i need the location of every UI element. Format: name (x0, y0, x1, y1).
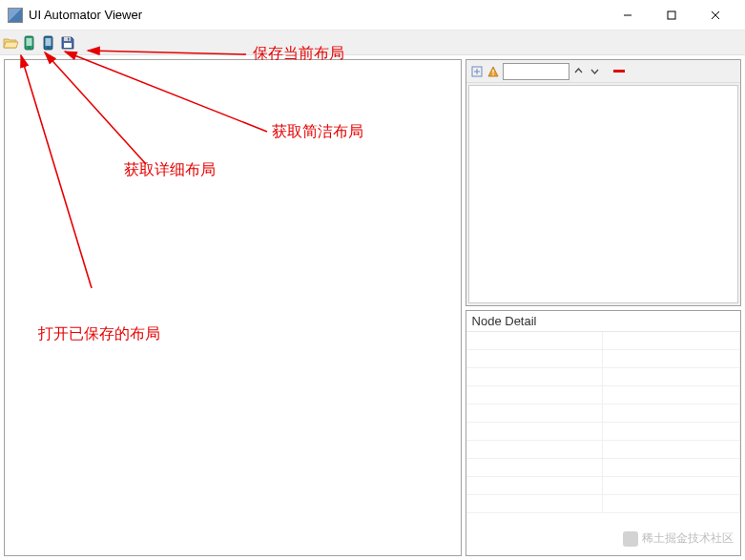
right-column: Node Detail (466, 59, 741, 556)
main-toolbar (0, 31, 745, 55)
watermark-text: 稀土掘金技术社区 (642, 530, 734, 547)
hierarchy-panel (466, 59, 741, 306)
watermark: 稀土掘金技术社区 (623, 530, 734, 547)
node-detail-panel: Node Detail (466, 310, 741, 557)
table-row (466, 368, 740, 386)
device-screenshot-detail-icon[interactable] (21, 34, 38, 52)
table-row (466, 441, 740, 459)
open-folder-icon[interactable] (2, 34, 19, 52)
close-button[interactable] (693, 2, 737, 29)
chevron-down-icon[interactable] (589, 65, 602, 78)
table-row (466, 495, 740, 513)
table-row (466, 404, 740, 423)
content-area: Node Detail (0, 55, 745, 560)
svg-rect-1 (668, 11, 675, 19)
svg-rect-11 (64, 43, 72, 48)
save-floppy-icon[interactable] (59, 34, 76, 52)
table-row (466, 332, 740, 350)
table-row (466, 386, 740, 404)
svg-rect-8 (46, 38, 52, 46)
table-row (466, 350, 740, 368)
svg-rect-12 (68, 37, 70, 40)
maximize-button[interactable] (650, 2, 693, 29)
node-detail-table[interactable] (466, 332, 740, 556)
warning-triangle-icon[interactable] (486, 65, 500, 78)
window-controls (606, 2, 737, 29)
chevron-up-icon[interactable] (572, 65, 586, 78)
svg-point-17 (492, 73, 494, 75)
tree-toolbar (466, 60, 740, 83)
window-title: UI Automator Viewer (29, 8, 606, 22)
clear-filter-icon[interactable] (613, 70, 625, 73)
app-icon (8, 8, 23, 23)
table-row (466, 477, 740, 495)
svg-rect-10 (64, 37, 71, 41)
svg-rect-5 (27, 38, 32, 46)
svg-point-6 (29, 47, 31, 49)
filter-input[interactable] (503, 63, 569, 80)
device-screenshot-compressed-icon[interactable] (40, 34, 57, 52)
expand-all-icon[interactable] (470, 65, 484, 78)
svg-point-9 (48, 47, 50, 49)
node-detail-header: Node Detail (466, 311, 740, 332)
title-bar: UI Automator Viewer (0, 0, 745, 31)
screenshot-panel[interactable] (4, 59, 462, 556)
watermark-logo-icon (623, 531, 638, 547)
table-row (466, 423, 740, 441)
hierarchy-tree[interactable] (468, 85, 738, 303)
minimize-button[interactable] (606, 2, 650, 29)
table-row (466, 459, 740, 477)
